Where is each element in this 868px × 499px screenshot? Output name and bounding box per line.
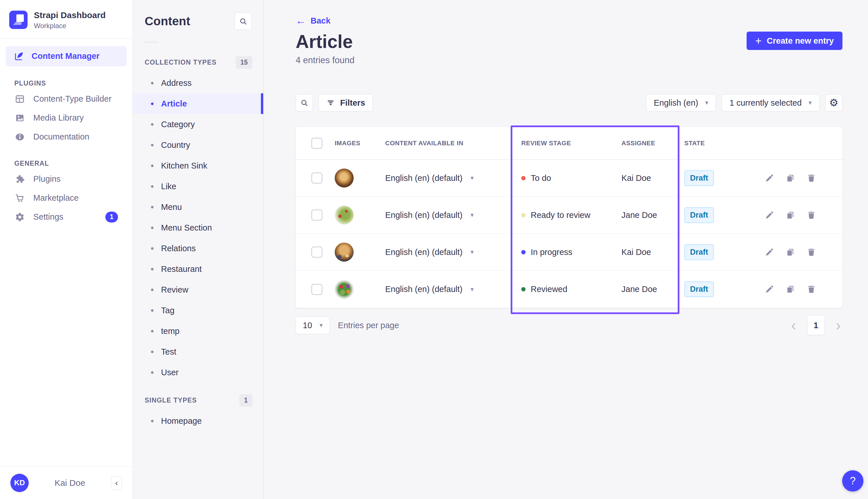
sidebar-item-label: Marketplace xyxy=(33,193,79,203)
locale-select[interactable]: English (en) ▾ xyxy=(646,94,716,111)
delete-button[interactable] xyxy=(807,285,816,294)
single-types-count: 1 xyxy=(239,394,252,406)
search-icon xyxy=(300,98,309,107)
prev-page-button[interactable]: ‹ xyxy=(789,318,798,333)
page-size-select[interactable]: 10 ▾ xyxy=(296,316,330,334)
column-header-content-available-in: CONTENT AVAILABLE IN xyxy=(385,139,521,147)
subnav-item-review[interactable]: Review xyxy=(133,279,263,300)
page-number[interactable]: 1 xyxy=(808,316,824,335)
locale-cell[interactable]: English (en) (default)▾ xyxy=(385,210,521,220)
workspace-header[interactable]: Strapi Dashboard Workplace xyxy=(0,0,132,39)
edit-button[interactable] xyxy=(765,285,774,294)
back-label: Back xyxy=(311,16,330,26)
subnav-item-menu-section[interactable]: Menu Section xyxy=(133,217,263,238)
caret-down-icon: ▾ xyxy=(470,249,474,255)
duplicate-button[interactable] xyxy=(786,248,795,257)
table-row: English (en) (default)▾ In progress Kai … xyxy=(296,234,842,271)
sidebar-item-content-type-builder[interactable]: Content-Type Builder xyxy=(0,89,132,109)
subnav-item-test[interactable]: Test xyxy=(133,341,263,362)
pesto-pasta-photo xyxy=(335,206,354,224)
duplicate-button[interactable] xyxy=(786,285,795,294)
subnav-item-label: temp xyxy=(161,327,179,336)
row-checkbox[interactable] xyxy=(311,172,322,183)
subnav-item-category[interactable]: Category xyxy=(133,114,263,135)
subnav-item-relations[interactable]: Relations xyxy=(133,238,263,259)
subnav-item-label: User xyxy=(161,368,178,377)
question-mark-icon: ? xyxy=(850,475,856,487)
subnav-item-tag[interactable]: Tag xyxy=(133,300,263,321)
french-toast-photo xyxy=(335,243,354,261)
bullet-icon xyxy=(151,309,153,312)
subnav-item-restaurant[interactable]: Restaurant xyxy=(133,259,263,279)
subnav-item-user[interactable]: User xyxy=(133,362,263,383)
field-selection-value: 1 currently selected xyxy=(729,98,802,108)
state-badge: Draft xyxy=(684,244,714,260)
filters-label: Filters xyxy=(340,98,365,108)
trash-icon xyxy=(807,285,816,294)
edit-button[interactable] xyxy=(765,248,774,257)
view-settings-button[interactable]: ⚙ xyxy=(825,94,842,111)
delete-button[interactable] xyxy=(807,211,816,220)
subnav-item-menu[interactable]: Menu xyxy=(133,197,263,217)
subnav-item-article[interactable]: Article xyxy=(133,93,263,114)
subnav-item-like[interactable]: Like xyxy=(133,176,263,197)
row-checkbox[interactable] xyxy=(311,247,322,257)
sidebar-item-content-manager[interactable]: Content Manager xyxy=(6,46,127,66)
duplicate-button[interactable] xyxy=(786,174,795,183)
copy-icon xyxy=(786,248,795,257)
sidebar-item-plugins[interactable]: Plugins xyxy=(0,170,132,188)
locale-cell[interactable]: English (en) (default)▾ xyxy=(385,173,521,183)
assignee-cell: Kai Doe xyxy=(621,247,684,257)
arrow-left-icon: ← xyxy=(296,15,306,26)
subnav-item-address[interactable]: Address xyxy=(133,73,263,93)
bullet-icon xyxy=(151,268,153,270)
delete-button[interactable] xyxy=(807,174,816,183)
subnav-search-button[interactable] xyxy=(235,13,252,30)
bullet-icon xyxy=(151,330,153,332)
subnav-item-label: Homepage xyxy=(161,416,202,426)
subnav-item-label: Country xyxy=(161,141,190,150)
row-checkbox[interactable] xyxy=(311,210,322,220)
copy-icon xyxy=(786,285,795,294)
section-label-plugins: PLUGINS xyxy=(14,80,132,87)
sidebar-item-media-library[interactable]: Media Library xyxy=(0,109,132,127)
field-selection-select[interactable]: 1 currently selected ▾ xyxy=(722,94,819,111)
pencil-icon xyxy=(765,211,774,220)
locale-cell[interactable]: English (en) (default)▾ xyxy=(385,284,521,294)
page-title: Article xyxy=(296,32,355,52)
help-button[interactable]: ? xyxy=(842,470,864,491)
next-page-button[interactable]: › xyxy=(834,318,842,333)
sidebar-item-documentation[interactable]: Documentation xyxy=(0,127,132,146)
table-search-button[interactable] xyxy=(296,94,313,111)
subnav-item-temp[interactable]: temp xyxy=(133,321,263,341)
subnav-item-label: Address xyxy=(161,78,191,88)
delete-button[interactable] xyxy=(807,248,816,257)
back-link[interactable]: ← Back xyxy=(296,15,330,26)
subnav-item-country[interactable]: Country xyxy=(133,135,263,155)
plus-icon: + xyxy=(755,35,761,46)
row-checkbox[interactable] xyxy=(311,284,322,295)
assignee-cell: Kai Doe xyxy=(621,173,684,183)
caret-down-icon: ▾ xyxy=(470,175,474,181)
sidebar-item-label: Plugins xyxy=(33,174,61,184)
create-entry-button[interactable]: + Create new entry xyxy=(747,32,842,50)
locale-cell[interactable]: English (en) (default)▾ xyxy=(385,247,521,257)
sidebar-item-settings[interactable]: Settings 1 xyxy=(0,208,132,227)
state-badge: Draft xyxy=(684,207,714,223)
duplicate-button[interactable] xyxy=(786,211,795,220)
bullet-icon xyxy=(151,206,153,208)
edit-button[interactable] xyxy=(765,174,774,183)
bullet-icon xyxy=(151,144,153,146)
subnav-item-homepage[interactable]: Homepage xyxy=(133,411,263,431)
edit-button[interactable] xyxy=(765,211,774,220)
sidebar-item-marketplace[interactable]: Marketplace xyxy=(0,188,132,208)
select-all-checkbox[interactable] xyxy=(311,138,322,149)
subnav-item-kitchen-sink[interactable]: Kitchen Sink xyxy=(133,155,263,176)
sidebar-item-label: Content-Type Builder xyxy=(33,94,111,104)
user-avatar[interactable]: KD xyxy=(10,474,29,492)
copy-icon xyxy=(786,174,795,183)
collapse-sidebar-button[interactable]: ‹ xyxy=(111,476,122,490)
bullet-icon xyxy=(151,102,153,105)
caret-down-icon: ▾ xyxy=(470,286,474,293)
filters-button[interactable]: Filters xyxy=(319,94,373,111)
